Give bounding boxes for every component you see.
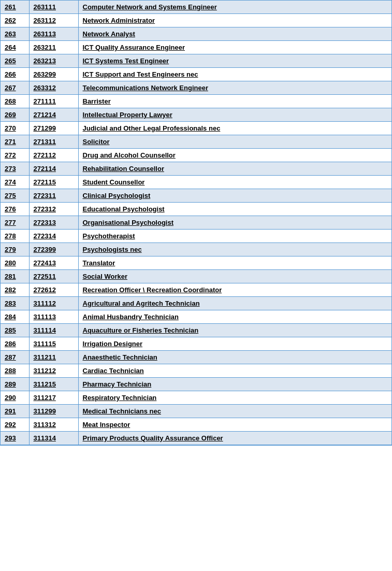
occupation-code[interactable]: 311114 xyxy=(29,324,78,337)
occupation-title[interactable]: Medical Technicians nec xyxy=(78,405,391,418)
table-row: 279272399Psychologists nec xyxy=(1,243,391,256)
occupation-title[interactable]: ICT Support and Test Engineers nec xyxy=(78,68,391,81)
row-number: 268 xyxy=(1,95,29,108)
occupation-title[interactable]: Telecommunications Network Engineer xyxy=(78,81,391,95)
row-number: 283 xyxy=(1,297,29,310)
occupation-code[interactable]: 311314 xyxy=(29,432,78,445)
table-row: 277272313Organisational Psychologist xyxy=(1,216,391,230)
occupation-code[interactable]: 311113 xyxy=(29,310,78,324)
row-number: 271 xyxy=(1,135,29,149)
row-number: 262 xyxy=(1,14,29,27)
occupation-title[interactable]: Organisational Psychologist xyxy=(78,216,391,230)
table-row: 272272112Drug and Alcohol Counsellor xyxy=(1,149,391,162)
table-row: 285311114Aquaculture or Fisheries Techni… xyxy=(1,324,391,337)
occupation-title[interactable]: Respiratory Technician xyxy=(78,391,391,405)
occupation-code[interactable]: 272314 xyxy=(29,230,78,243)
occupation-title[interactable]: Social Worker xyxy=(78,270,391,283)
row-number: 290 xyxy=(1,391,29,405)
occupation-code[interactable]: 272399 xyxy=(29,243,78,256)
occupation-title[interactable]: Psychologists nec xyxy=(78,243,391,256)
row-number: 263 xyxy=(1,27,29,41)
occupation-code[interactable]: 311299 xyxy=(29,405,78,418)
occupation-code[interactable]: 263213 xyxy=(29,54,78,68)
table-row: 293311314Primary Products Quality Assura… xyxy=(1,432,391,445)
occupation-code[interactable]: 263113 xyxy=(29,27,78,41)
occupation-title[interactable]: Agricultural and Agritech Technician xyxy=(78,297,391,310)
occupation-code[interactable]: 272312 xyxy=(29,203,78,216)
row-number: 274 xyxy=(1,176,29,189)
occupation-title[interactable]: Translator xyxy=(78,256,391,270)
table-row: 276272312Educational Psychologist xyxy=(1,203,391,216)
occupation-code[interactable]: 271111 xyxy=(29,95,78,108)
occupation-code[interactable]: 272313 xyxy=(29,216,78,230)
table-row: 266263299ICT Support and Test Engineers … xyxy=(1,68,391,81)
occupation-title[interactable]: Meat Inspector xyxy=(78,418,391,432)
occupation-title[interactable]: Intellectual Property Lawyer xyxy=(78,108,391,122)
occupation-code[interactable]: 263299 xyxy=(29,68,78,81)
occupation-code[interactable]: 311115 xyxy=(29,337,78,351)
row-number: 288 xyxy=(1,364,29,378)
occupation-title[interactable]: Judicial and Other Legal Professionals n… xyxy=(78,122,391,135)
occupation-code[interactable]: 263211 xyxy=(29,41,78,54)
table-row: 264263211ICT Quality Assurance Engineer xyxy=(1,41,391,54)
occupation-title[interactable]: Psychotherapist xyxy=(78,230,391,243)
occupation-code[interactable]: 271299 xyxy=(29,122,78,135)
occupation-code[interactable]: 272114 xyxy=(29,162,78,176)
occupation-title[interactable]: Educational Psychologist xyxy=(78,203,391,216)
row-number: 277 xyxy=(1,216,29,230)
occupation-title[interactable]: Network Administrator xyxy=(78,14,391,27)
table-row: 283311112Agricultural and Agritech Techn… xyxy=(1,297,391,310)
table-row: 280272413Translator xyxy=(1,256,391,270)
occupation-title[interactable]: ICT Systems Test Engineer xyxy=(78,54,391,68)
row-number: 267 xyxy=(1,81,29,95)
table-row: 286311115Irrigation Designer xyxy=(1,337,391,351)
table-row: 278272314Psychotherapist xyxy=(1,230,391,243)
row-number: 287 xyxy=(1,351,29,364)
occupation-code[interactable]: 272511 xyxy=(29,270,78,283)
occupation-code[interactable]: 272612 xyxy=(29,283,78,297)
occupation-code[interactable]: 272311 xyxy=(29,189,78,203)
occupation-title[interactable]: Cardiac Technician xyxy=(78,364,391,378)
table-row: 287311211Anaesthetic Technician xyxy=(1,351,391,364)
occupation-code[interactable]: 311215 xyxy=(29,378,78,391)
occupation-title[interactable]: Rehabilitation Counsellor xyxy=(78,162,391,176)
occupation-title[interactable]: Drug and Alcohol Counsellor xyxy=(78,149,391,162)
occupation-code[interactable]: 272115 xyxy=(29,176,78,189)
table-row: 289311215Pharmacy Technician xyxy=(1,378,391,391)
row-number: 261 xyxy=(1,1,29,14)
occupation-title[interactable]: Anaesthetic Technician xyxy=(78,351,391,364)
occupation-code[interactable]: 272413 xyxy=(29,256,78,270)
row-number: 281 xyxy=(1,270,29,283)
occupation-title[interactable]: Recreation Officer \ Recreation Coordina… xyxy=(78,283,391,297)
occupation-title[interactable]: Network Analyst xyxy=(78,27,391,41)
row-number: 269 xyxy=(1,108,29,122)
occupation-title[interactable]: Student Counsellor xyxy=(78,176,391,189)
row-number: 270 xyxy=(1,122,29,135)
occupation-title[interactable]: Primary Products Quality Assurance Offic… xyxy=(78,432,391,445)
occupation-title[interactable]: ICT Quality Assurance Engineer xyxy=(78,41,391,54)
occupation-title[interactable]: Clinical Psychologist xyxy=(78,189,391,203)
occupation-code[interactable]: 311312 xyxy=(29,418,78,432)
row-number: 265 xyxy=(1,54,29,68)
occupation-code[interactable]: 263111 xyxy=(29,1,78,14)
row-number: 280 xyxy=(1,256,29,270)
occupation-title[interactable]: Barrister xyxy=(78,95,391,108)
occupation-title[interactable]: Aquaculture or Fisheries Technician xyxy=(78,324,391,337)
occupation-title[interactable]: Irrigation Designer xyxy=(78,337,391,351)
occupation-code[interactable]: 272112 xyxy=(29,149,78,162)
occupation-code[interactable]: 263112 xyxy=(29,14,78,27)
occupation-code[interactable]: 311211 xyxy=(29,351,78,364)
table-row: 267263312Telecommunications Network Engi… xyxy=(1,81,391,95)
occupation-code[interactable]: 271214 xyxy=(29,108,78,122)
occupation-title[interactable]: Pharmacy Technician xyxy=(78,378,391,391)
row-number: 275 xyxy=(1,189,29,203)
occupation-code[interactable]: 311212 xyxy=(29,364,78,378)
occupation-code[interactable]: 311112 xyxy=(29,297,78,310)
row-number: 279 xyxy=(1,243,29,256)
occupation-title[interactable]: Solicitor xyxy=(78,135,391,149)
occupation-code[interactable]: 311217 xyxy=(29,391,78,405)
occupation-code[interactable]: 263312 xyxy=(29,81,78,95)
occupation-code[interactable]: 271311 xyxy=(29,135,78,149)
occupation-title[interactable]: Computer Network and Systems Engineer xyxy=(78,1,391,14)
occupation-title[interactable]: Animal Husbandry Technician xyxy=(78,310,391,324)
